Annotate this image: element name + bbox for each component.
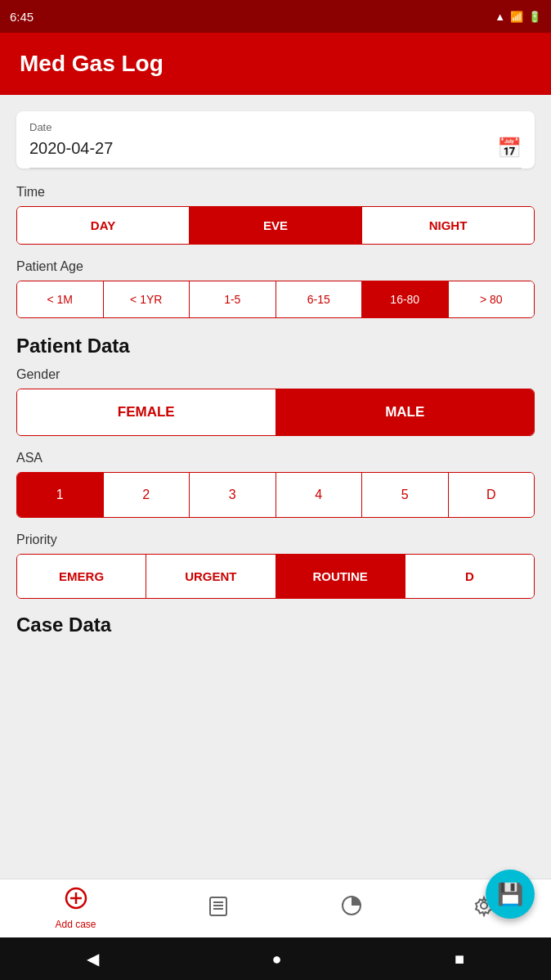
patient-age-label: Patient Age <box>16 259 535 274</box>
asa-3-button[interactable]: 3 <box>190 473 276 517</box>
patient-data-heading: Patient Data <box>16 335 535 357</box>
gender-female-button[interactable]: FEMALE <box>17 389 276 435</box>
chart-icon <box>340 894 363 923</box>
time-label: Time <box>16 185 535 200</box>
time-eve-button[interactable]: EVE <box>190 207 362 244</box>
priority-group: EMERG URGENT ROUTINE D <box>16 554 535 599</box>
priority-routine-button[interactable]: ROUTINE <box>276 555 405 598</box>
android-home-button[interactable]: ● <box>271 950 281 969</box>
signal-icon: 📶 <box>510 11 523 23</box>
asa-label: ASA <box>16 451 535 465</box>
wifi-icon: ▲ <box>495 11 505 23</box>
case-data-heading: Case Data <box>16 614 535 636</box>
asa-4-button[interactable]: 4 <box>276 473 363 517</box>
gender-male-button[interactable]: MALE <box>276 389 535 435</box>
add-case-icon <box>65 887 87 915</box>
time-day-button[interactable]: DAY <box>17 207 190 244</box>
patient-age-group: < 1M < 1YR 1-5 6-15 16-80 > 80 <box>16 281 535 318</box>
time-night-button[interactable]: NIGHT <box>362 207 534 244</box>
age-gt80-button[interactable]: > 80 <box>449 281 535 317</box>
asa-1-button[interactable]: 1 <box>17 473 104 517</box>
bottom-nav: Add case <box>0 879 551 937</box>
age-lt1yr-button[interactable]: < 1YR <box>104 281 190 317</box>
main-content: Date 2020-04-27 📅 Time DAY EVE NIGHT Pat… <box>0 95 551 879</box>
priority-urgent-button[interactable]: URGENT <box>146 555 276 598</box>
date-label: Date <box>29 121 522 133</box>
save-icon: 💾 <box>497 882 523 907</box>
nav-chart[interactable] <box>340 894 363 923</box>
date-card: Date 2020-04-27 📅 <box>16 111 535 169</box>
android-recent-button[interactable]: ■ <box>455 950 464 969</box>
status-icons: ▲ 📶 🔋 <box>495 11 541 23</box>
date-row[interactable]: 2020-04-27 📅 <box>29 137 522 169</box>
status-time: 6:45 <box>10 10 34 24</box>
add-case-label: Add case <box>55 919 96 930</box>
asa-5-button[interactable]: 5 <box>362 473 449 517</box>
gender-group: FEMALE MALE <box>16 389 535 436</box>
priority-label: Priority <box>16 533 535 547</box>
calendar-icon[interactable]: 📅 <box>497 137 522 160</box>
asa-group: 1 2 3 4 5 D <box>16 472 535 518</box>
age-16-80-button[interactable]: 16-80 <box>362 281 449 317</box>
app-bar: Med Gas Log <box>0 33 551 95</box>
gender-label: Gender <box>16 367 535 382</box>
android-back-button[interactable]: ◀ <box>87 949 99 969</box>
battery-icon: 🔋 <box>528 11 541 23</box>
priority-d-button[interactable]: D <box>405 555 534 598</box>
age-6-15-button[interactable]: 6-15 <box>276 281 363 317</box>
app-title: Med Gas Log <box>20 51 164 77</box>
save-fab[interactable]: 💾 <box>486 870 535 919</box>
priority-emerg-button[interactable]: EMERG <box>17 555 146 598</box>
list-icon <box>207 894 230 923</box>
status-bar: 6:45 ▲ 📶 🔋 <box>0 0 551 33</box>
asa-2-button[interactable]: 2 <box>104 473 190 517</box>
nav-add-case[interactable]: Add case <box>55 887 96 930</box>
date-value: 2020-04-27 <box>29 139 113 158</box>
age-1-5-button[interactable]: 1-5 <box>190 281 276 317</box>
nav-list[interactable] <box>207 894 230 923</box>
android-nav: ◀ ● ■ <box>0 937 551 980</box>
age-lt1m-button[interactable]: < 1M <box>17 281 104 317</box>
time-toggle-group: DAY EVE NIGHT <box>16 206 535 245</box>
asa-d-button[interactable]: D <box>449 473 535 517</box>
